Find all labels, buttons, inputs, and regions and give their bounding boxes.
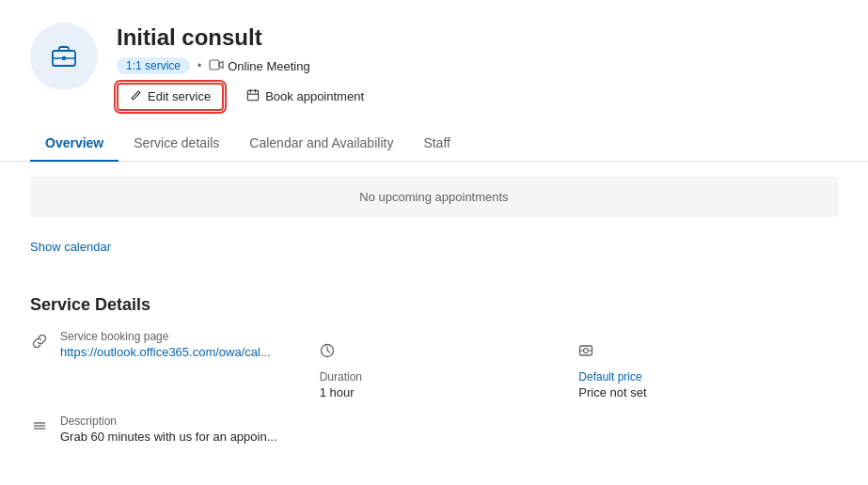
default-price-col: Default price Price not set [578,330,838,399]
main-content: No upcoming appointments Show calendar S… [0,177,868,444]
service-details-title: Service Details [30,295,838,315]
currency-icon [578,343,593,361]
description-col: Description Grab 60 minutes with us for … [60,415,838,444]
no-appointments-banner: No upcoming appointments [30,177,838,217]
default-price-value: Price not set [578,385,646,399]
tab-calendar-availability[interactable]: Calendar and Availability [234,126,408,162]
edit-service-label: Edit service [148,89,211,103]
dot-separator: • [197,59,201,72]
duration-label: Duration [320,370,362,383]
meeting-icon [209,57,224,75]
svg-rect-2 [62,56,66,60]
meeting-type: Online Meeting [209,57,309,75]
duration-value: 1 hour [320,385,362,399]
header-section: Initial consult 1:1 service • Online Mee… [0,0,868,126]
pencil-icon [130,89,142,104]
action-buttons: Edit service Book appointment [117,83,375,111]
link-icon [30,332,49,351]
booking-page-col: Service booking page https://outlook.off… [60,330,320,399]
page-title: Initial consult [117,24,375,52]
show-calendar-link[interactable]: Show calendar [30,240,111,254]
booking-page-label: Service booking page [60,330,320,343]
page-container: Initial consult 1:1 service • Online Mee… [0,0,868,485]
tabs-bar: Overview Service details Calendar and Av… [0,126,868,162]
detail-row-booking: Service booking page https://outlook.off… [30,330,838,399]
detail-row-description: Description Grab 60 minutes with us for … [30,415,838,444]
avatar [30,23,98,90]
tab-service-details[interactable]: Service details [118,126,234,162]
calendar-small-icon [246,88,260,104]
edit-service-button[interactable]: Edit service [117,83,224,111]
meeting-label: Online Meeting [228,59,309,73]
description-label: Description [60,415,838,428]
no-appointments-message: No upcoming appointments [359,190,508,204]
briefcase-icon [49,40,79,73]
header-info: Initial consult 1:1 service • Online Mee… [117,23,375,111]
duration-col: Duration 1 hour [320,330,579,399]
booking-page-value[interactable]: https://outlook.office365.com/owa/cal... [60,345,320,359]
service-meta: 1:1 service • Online Meeting [117,57,375,75]
service-badge: 1:1 service [117,57,190,74]
default-price-label: Default price [578,370,646,383]
svg-rect-4 [248,90,259,101]
svg-point-10 [584,348,589,352]
description-value: Grab 60 minutes with us for an appoin... [60,430,838,444]
lines-icon [30,416,49,435]
tab-staff[interactable]: Staff [408,126,466,162]
svg-rect-3 [210,60,219,70]
details-grid: Service booking page https://outlook.off… [30,330,838,444]
book-appointment-label: Book appointment [265,89,364,103]
clock-icon [320,343,335,361]
tab-overview[interactable]: Overview [30,126,118,162]
book-appointment-button[interactable]: Book appointment [235,84,375,109]
detail-columns-row1: Service booking page https://outlook.off… [60,330,838,399]
